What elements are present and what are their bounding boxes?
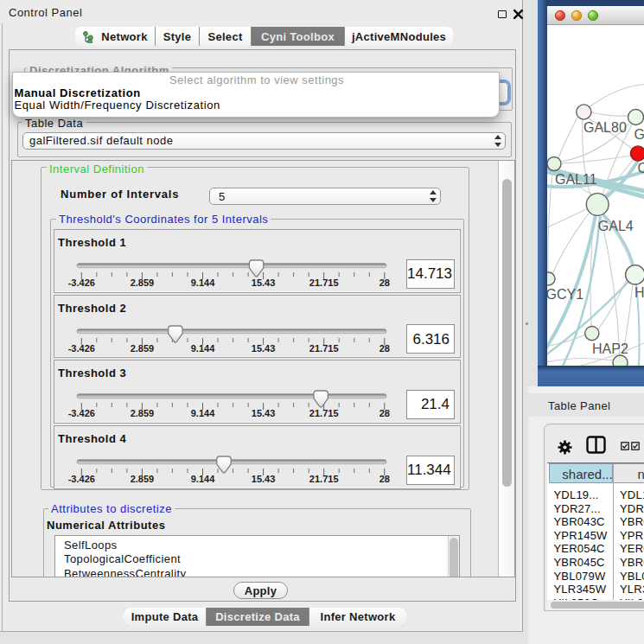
svg-text:2.859: 2.859 [131, 408, 155, 418]
svg-text:15.43: 15.43 [252, 342, 276, 353]
svg-text:28: 28 [379, 474, 390, 484]
svg-text:9.144: 9.144 [191, 277, 215, 288]
svg-text:C: C [638, 161, 644, 175]
svg-text:15.43: 15.43 [252, 474, 276, 484]
svg-text:-3.426: -3.426 [68, 277, 95, 288]
svg-text:GAL4: GAL4 [598, 218, 634, 233]
svg-text:H: H [634, 284, 644, 299]
svg-text:9.144: 9.144 [191, 408, 215, 418]
svg-text:-3.426: -3.426 [68, 342, 95, 353]
svg-text:2.859: 2.859 [131, 277, 155, 288]
svg-text:15.43: 15.43 [252, 408, 276, 418]
svg-text:28: 28 [379, 342, 390, 353]
svg-text:21.715: 21.715 [309, 474, 339, 484]
svg-text:GAL80: GAL80 [583, 120, 627, 135]
svg-text:HAP2: HAP2 [592, 341, 628, 355]
svg-text:2.859: 2.859 [131, 474, 155, 484]
svg-text:2.859: 2.859 [131, 342, 155, 353]
svg-text:28: 28 [379, 408, 390, 418]
svg-text:28: 28 [379, 277, 390, 288]
svg-text:21.715: 21.715 [309, 408, 339, 418]
svg-text:9.144: 9.144 [191, 474, 215, 484]
svg-text:-3.426: -3.426 [68, 408, 95, 418]
svg-text:GA: GA [634, 126, 644, 141]
svg-text:21.715: 21.715 [309, 277, 339, 288]
svg-text:GAL11: GAL11 [555, 172, 597, 187]
svg-text:9.144: 9.144 [191, 342, 215, 353]
svg-text:-3.426: -3.426 [68, 474, 95, 484]
svg-text:15.43: 15.43 [252, 277, 276, 288]
svg-text:GCY1: GCY1 [547, 286, 583, 301]
svg-text:21.715: 21.715 [309, 342, 339, 353]
